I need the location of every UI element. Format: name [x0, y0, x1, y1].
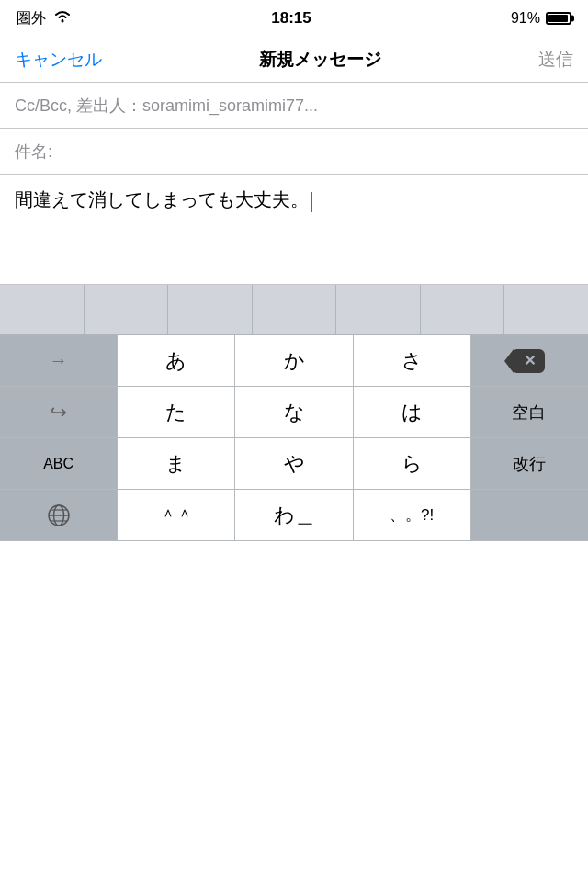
- key-sa[interactable]: さ: [354, 335, 471, 386]
- cc-bcc-label: Cc/Bcc, 差出人：soramimi_soramimi77...: [15, 95, 573, 117]
- text-cursor: [311, 192, 312, 212]
- key-a-label: あ: [165, 347, 187, 375]
- nav-bar: キャンセル 新規メッセージ 送信: [0, 37, 588, 83]
- undo-icon: ↩: [51, 401, 67, 424]
- cc-bcc-field[interactable]: Cc/Bcc, 差出人：soramimi_soramimi77...: [0, 83, 588, 129]
- key-ka-label: か: [284, 347, 305, 375]
- arrow-right-icon: →: [50, 350, 68, 371]
- key-space[interactable]: 空白: [471, 387, 588, 437]
- key-ya-label: や: [284, 450, 305, 478]
- key-ya[interactable]: や: [235, 438, 353, 489]
- key-caret-label: ＾＾: [160, 504, 193, 526]
- key-caret[interactable]: ＾＾: [118, 490, 235, 540]
- keyboard-row-2: ↩ た な は 空白: [0, 387, 588, 438]
- compose-title: 新規メッセージ: [259, 48, 381, 72]
- key-na[interactable]: な: [235, 387, 353, 437]
- key-a[interactable]: あ: [118, 335, 235, 386]
- candidate-2[interactable]: [85, 285, 169, 334]
- key-space-label: 空白: [512, 401, 547, 424]
- key-undo[interactable]: ↩: [0, 387, 118, 437]
- battery-icon: [546, 12, 571, 25]
- key-wa[interactable]: わ＿: [235, 490, 353, 540]
- candidate-5[interactable]: [336, 285, 421, 334]
- candidate-bar: [0, 285, 588, 335]
- key-punct-label: 、。?!: [390, 504, 434, 526]
- key-punct[interactable]: 、。?!: [354, 490, 471, 540]
- key-ma[interactable]: ま: [118, 438, 235, 489]
- keyboard-row-1: → あ か さ ✕: [0, 335, 588, 387]
- status-time: 18:15: [271, 9, 311, 28]
- backspace-icon: ✕: [514, 349, 545, 373]
- key-ma-label: ま: [165, 450, 187, 478]
- key-ta[interactable]: た: [118, 387, 235, 437]
- wifi-icon: [53, 10, 72, 27]
- status-left: 圏外: [17, 9, 72, 28]
- send-button[interactable]: 送信: [538, 48, 573, 72]
- mail-body[interactable]: 間違えて消してしまっても大丈夫。: [0, 175, 588, 285]
- key-wa-label: わ＿: [274, 502, 315, 529]
- key-ka[interactable]: か: [235, 335, 353, 386]
- candidate-3[interactable]: [168, 285, 253, 334]
- candidate-7[interactable]: [504, 285, 588, 334]
- key-ta-label: た: [165, 399, 187, 426]
- key-ra-label: ら: [401, 450, 423, 478]
- svg-point-0: [62, 20, 64, 23]
- status-right: 91%: [511, 10, 571, 27]
- keyboard-row-4: ＾＾ わ＿ 、。?!: [0, 490, 588, 541]
- key-enter-label: 改行: [513, 453, 546, 475]
- body-text: 間違えて消してしまっても大丈夫。: [15, 189, 309, 209]
- key-empty: [471, 490, 588, 540]
- globe-icon: [47, 503, 71, 527]
- key-abc-label: ABC: [43, 456, 74, 472]
- key-abc[interactable]: ABC: [0, 438, 118, 489]
- candidate-4[interactable]: [253, 285, 337, 334]
- subject-label: 件名:: [15, 141, 52, 163]
- keyboard-row-3: ABC ま や ら 改行: [0, 438, 588, 490]
- key-ha[interactable]: は: [354, 387, 471, 437]
- key-ra[interactable]: ら: [354, 438, 471, 489]
- status-bar: 圏外 18:15 91%: [0, 0, 588, 37]
- key-arrow-right[interactable]: →: [0, 335, 118, 386]
- key-sa-label: さ: [401, 347, 423, 375]
- cancel-button[interactable]: キャンセル: [15, 48, 102, 72]
- battery-percent: 91%: [511, 10, 540, 27]
- key-globe[interactable]: [0, 490, 118, 540]
- key-enter[interactable]: 改行: [471, 438, 588, 489]
- carrier-label: 圏外: [17, 9, 46, 28]
- subject-field[interactable]: 件名:: [0, 129, 588, 175]
- candidate-6[interactable]: [421, 285, 505, 334]
- key-backspace[interactable]: ✕: [471, 335, 588, 386]
- candidate-1[interactable]: [0, 285, 85, 334]
- key-na-label: な: [284, 399, 305, 426]
- key-ha-label: は: [401, 399, 423, 426]
